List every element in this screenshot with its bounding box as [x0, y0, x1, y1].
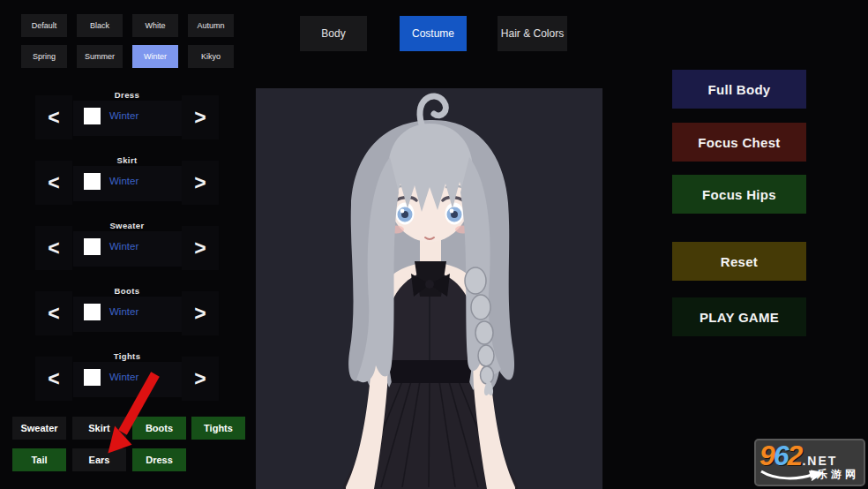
- costume-row-sweater: Sweater < Winter >: [25, 219, 229, 274]
- preset-summer-button[interactable]: Summer: [77, 45, 123, 68]
- chevron-left-icon[interactable]: <: [35, 357, 72, 401]
- character-viewport[interactable]: [256, 88, 602, 489]
- skirt-checkbox[interactable]: [84, 173, 101, 190]
- site-watermark-logo: 9 6 2 .NET 乐游网: [754, 439, 865, 486]
- watermark-digit: 2: [788, 441, 802, 470]
- tights-checkbox[interactable]: [84, 369, 101, 386]
- toggle-dress-button[interactable]: Dress: [132, 448, 186, 471]
- character-preview: [256, 88, 602, 489]
- full-body-button[interactable]: Full Body: [672, 70, 806, 109]
- swoosh-arrow-icon: [760, 469, 823, 481]
- chevron-right-icon[interactable]: >: [182, 95, 219, 139]
- chevron-right-icon[interactable]: >: [182, 226, 219, 270]
- toggle-skirt-button[interactable]: Skirt: [72, 417, 126, 440]
- dress-checkbox[interactable]: [84, 108, 101, 124]
- toggle-tail-button[interactable]: Tail: [12, 448, 66, 471]
- chevron-left-icon[interactable]: <: [35, 95, 72, 139]
- watermark-digit: 9: [760, 441, 774, 470]
- row-value: Winter: [109, 110, 138, 121]
- watermark-tld: .NET: [802, 454, 837, 468]
- chevron-left-icon[interactable]: <: [35, 161, 72, 205]
- app-window: Default Black White Autumn Spring Summer…: [0, 0, 868, 489]
- chevron-right-icon[interactable]: >: [182, 291, 219, 335]
- watermark-digit: 6: [774, 441, 788, 470]
- row-value: Winter: [109, 241, 138, 252]
- sweater-checkbox[interactable]: [84, 238, 101, 255]
- focus-hips-button[interactable]: Focus Hips: [672, 175, 806, 214]
- preset-default-button[interactable]: Default: [21, 14, 67, 37]
- preset-white-button[interactable]: White: [132, 14, 178, 37]
- costume-row-boots: Boots < Winter >: [25, 284, 229, 339]
- toggle-boots-button[interactable]: Boots: [132, 417, 186, 440]
- tab-hair-colors[interactable]: Hair & Colors: [498, 16, 567, 51]
- row-value: Winter: [109, 372, 138, 382]
- row-value: Winter: [109, 306, 138, 317]
- toggle-sweater-button[interactable]: Sweater: [12, 417, 66, 440]
- focus-chest-button[interactable]: Focus Chest: [672, 123, 806, 162]
- tab-costume[interactable]: Costume: [400, 16, 467, 51]
- costume-row-dress: Dress < Winter >: [25, 88, 229, 143]
- chevron-right-icon[interactable]: >: [182, 357, 219, 401]
- watermark-site-name: 乐游网: [817, 467, 859, 482]
- toggle-ears-button[interactable]: Ears: [72, 448, 126, 471]
- chevron-left-icon[interactable]: <: [35, 291, 72, 335]
- chevron-left-icon[interactable]: <: [35, 226, 72, 270]
- tab-body[interactable]: Body: [300, 16, 367, 51]
- play-game-button[interactable]: PLAY GAME: [672, 297, 806, 336]
- preset-spring-button[interactable]: Spring: [21, 45, 67, 68]
- chevron-right-icon[interactable]: >: [182, 161, 219, 205]
- watermark-number: 9 6 2 .NET: [760, 441, 837, 470]
- preset-black-button[interactable]: Black: [77, 14, 123, 37]
- costume-row-tights: Tights < Winter >: [25, 350, 229, 404]
- boots-checkbox[interactable]: [84, 304, 101, 320]
- reset-button[interactable]: Reset: [672, 242, 806, 281]
- toggle-tights-button[interactable]: Tights: [191, 417, 245, 440]
- preset-autumn-button[interactable]: Autumn: [188, 14, 234, 37]
- preset-kikyo-button[interactable]: Kikyo: [188, 45, 234, 68]
- row-value: Winter: [109, 176, 138, 186]
- preset-winter-button[interactable]: Winter: [132, 45, 178, 68]
- costume-row-skirt: Skirt < Winter >: [25, 154, 229, 208]
